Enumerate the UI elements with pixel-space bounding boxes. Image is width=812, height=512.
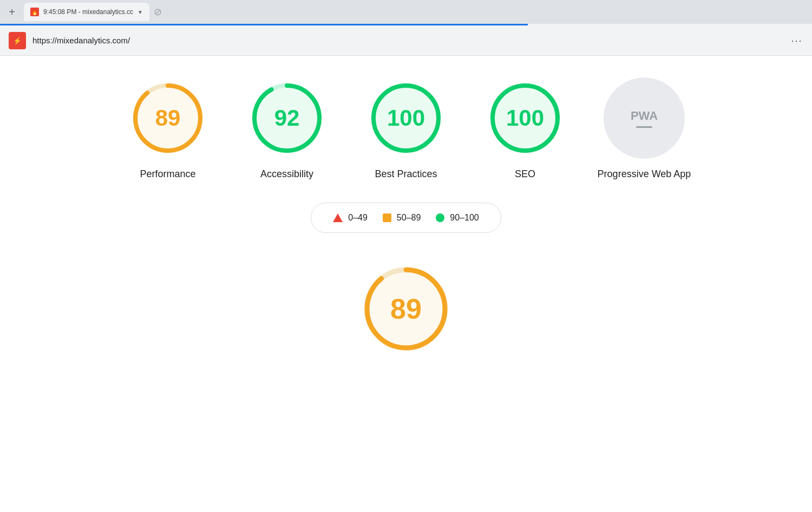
- score-performance: 89 Performance: [119, 77, 217, 181]
- legend-medium: 50–89: [383, 213, 421, 223]
- legend-circle-icon: [436, 213, 444, 222]
- legend-high-range: 90–100: [450, 213, 479, 223]
- seo-circle: 100: [484, 77, 566, 159]
- score-best-practices: 100 Best Practices: [357, 77, 455, 181]
- pwa-text: PWA: [631, 109, 658, 123]
- tab-time: 9:45:08 PM - mixedanalytics.cc: [43, 8, 133, 16]
- pwa-circle: PWA: [604, 77, 685, 159]
- tab-favicon: 🔥: [30, 8, 39, 16]
- bottom-performance-circle: 89: [357, 260, 455, 358]
- performance-score: 89: [155, 105, 181, 131]
- accessibility-circle: 92: [246, 77, 328, 159]
- accessibility-label: Accessibility: [260, 167, 313, 181]
- score-accessibility: 92 Accessibility: [238, 77, 336, 181]
- score-pwa: PWA Progressive Web App: [595, 77, 693, 181]
- performance-label: Performance: [140, 167, 195, 181]
- address-url[interactable]: https://mixedanalytics.com/: [32, 36, 784, 45]
- legend-low: 0–49: [333, 213, 368, 223]
- pwa-dash: [636, 126, 652, 128]
- best-practices-score: 100: [387, 105, 425, 131]
- best-practices-label: Best Practices: [375, 167, 437, 181]
- seo-label: SEO: [515, 167, 535, 181]
- address-bar: ⚡ https://mixedanalytics.com/ ⋮: [0, 25, 812, 56]
- tab-bar: + 🔥 9:45:08 PM - mixedanalytics.cc ▼ ⊘: [0, 0, 812, 24]
- legend-medium-range: 50–89: [397, 213, 421, 223]
- legend-high: 90–100: [436, 213, 479, 223]
- svg-text:⚡: ⚡: [13, 36, 22, 46]
- legend-container: 0–49 50–89 90–100: [32, 203, 780, 233]
- seo-score: 100: [506, 105, 544, 131]
- tab-blocked-icon: ⊘: [154, 6, 162, 18]
- performance-circle: 89: [127, 77, 208, 159]
- browser-menu-button[interactable]: ⋮: [790, 36, 803, 46]
- legend-triangle-icon: [333, 213, 343, 222]
- svg-text:🔥: 🔥: [31, 9, 38, 16]
- accessibility-score: 92: [274, 105, 300, 131]
- new-tab-button[interactable]: +: [4, 4, 19, 20]
- page-content: 89 Performance 92 Accessibility: [0, 56, 812, 512]
- pwa-label: Progressive Web App: [598, 167, 691, 181]
- legend-box: 0–49 50–89 90–100: [311, 203, 501, 233]
- browser-chrome: + 🔥 9:45:08 PM - mixedanalytics.cc ▼ ⊘ ⚡…: [0, 0, 812, 56]
- lighthouse-icon: ⚡: [11, 35, 23, 47]
- bottom-performance-score: 89: [390, 293, 422, 325]
- tab-dropdown-icon[interactable]: ▼: [137, 9, 143, 15]
- bottom-score-section: 89: [32, 260, 780, 358]
- site-favicon: ⚡: [9, 32, 26, 49]
- score-seo: 100 SEO: [476, 77, 574, 181]
- scores-container: 89 Performance 92 Accessibility: [32, 77, 780, 181]
- best-practices-circle: 100: [365, 77, 447, 159]
- legend-low-range: 0–49: [348, 213, 368, 223]
- active-tab[interactable]: 🔥 9:45:08 PM - mixedanalytics.cc ▼: [24, 3, 149, 21]
- legend-square-icon: [383, 213, 391, 222]
